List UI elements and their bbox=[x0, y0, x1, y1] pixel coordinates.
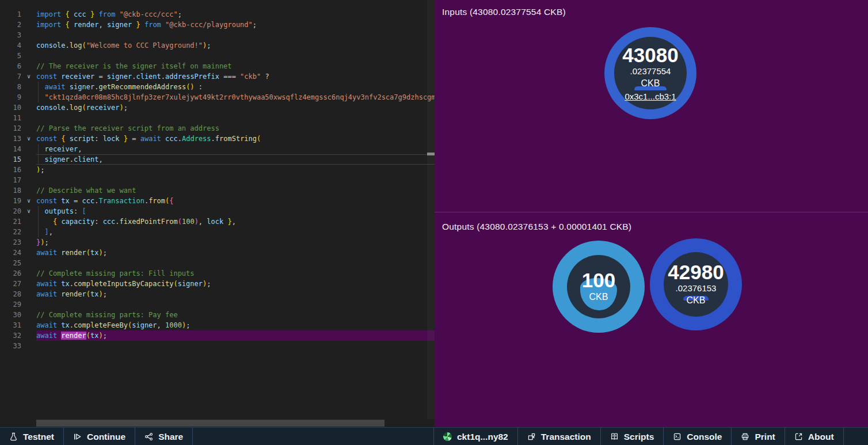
code-token: ; bbox=[207, 280, 211, 288]
about-button[interactable]: About bbox=[785, 428, 844, 445]
line-number: 11 bbox=[0, 113, 21, 123]
identicon bbox=[443, 432, 452, 441]
code-line[interactable]: 25 bbox=[0, 258, 435, 268]
inputs-title: Inputs (43080.02377554 CKB) bbox=[442, 7, 566, 17]
output-cell-disc: 100 CKB bbox=[567, 255, 630, 318]
code-line[interactable]: 2import { render, signer } from "@ckb-cc… bbox=[0, 20, 435, 30]
code-line[interactable]: 22 ], bbox=[0, 227, 435, 237]
code-token bbox=[36, 93, 44, 101]
code-line[interactable]: 27await tx.completeInputsByCapacity(sign… bbox=[0, 279, 435, 289]
code-line[interactable]: 10console.log(receiver); bbox=[0, 102, 435, 113]
line-number: 8 bbox=[0, 82, 21, 92]
line-number: 24 bbox=[0, 248, 21, 258]
code-line[interactable]: 20∨ outputs: [ bbox=[0, 206, 435, 216]
code-line[interactable]: 12// Parse the receiver script from an a… bbox=[0, 123, 435, 134]
fold-spacer bbox=[21, 92, 36, 102]
fold-spacer bbox=[21, 299, 36, 310]
code-line[interactable]: 21 { capacity: ccc.fixedPointFrom(100), … bbox=[0, 216, 435, 227]
code-line[interactable]: 17 bbox=[0, 175, 435, 185]
code-line[interactable]: 11 bbox=[0, 113, 435, 123]
fold-chevron-icon[interactable]: ∨ bbox=[21, 196, 36, 206]
fold-spacer bbox=[21, 258, 36, 268]
code-token: tx bbox=[61, 197, 69, 205]
code-line[interactable]: 19∨const tx = ccc.Transaction.from({ bbox=[0, 196, 435, 206]
code-line[interactable]: 15 signer.client, bbox=[0, 154, 435, 165]
code-line[interactable]: 26// Complete missing parts: Fill inputs bbox=[0, 268, 435, 279]
code-line[interactable]: 29 bbox=[0, 299, 435, 310]
transaction-button[interactable]: Transaction bbox=[518, 428, 601, 445]
line-number: 31 bbox=[0, 320, 21, 330]
code-line[interactable]: 6// The receiver is the signer itself on… bbox=[0, 61, 435, 71]
console-button[interactable]: Console bbox=[664, 428, 732, 445]
output-unit: CKB bbox=[589, 291, 608, 303]
fold-spacer bbox=[21, 216, 36, 227]
fold-chevron-icon[interactable]: ∨ bbox=[21, 71, 36, 82]
output-cell-circle[interactable]: 100 CKB bbox=[553, 241, 645, 333]
fold-spacer bbox=[21, 51, 36, 61]
code-line[interactable]: 14 receiver, bbox=[0, 144, 435, 154]
address-button-label: ckt1q...ny82 bbox=[457, 432, 508, 442]
code-line[interactable]: 31await tx.completeFeeBy(signer, 1000); bbox=[0, 320, 435, 330]
code-token: { bbox=[66, 21, 70, 29]
toolbar-right-group: ckt1q...ny82TransactionScriptsConsolePri… bbox=[433, 428, 844, 445]
code-line[interactable]: 18// Describe what we want bbox=[0, 185, 435, 196]
code-token bbox=[66, 83, 70, 91]
fold-spacer bbox=[21, 30, 36, 40]
fold-chevron-icon[interactable]: ∨ bbox=[21, 206, 36, 216]
share-button[interactable]: Share bbox=[135, 428, 193, 445]
line-number: 27 bbox=[0, 279, 21, 289]
scripts-button[interactable]: Scripts bbox=[601, 428, 664, 445]
code-token: from bbox=[149, 197, 165, 205]
line-number: 28 bbox=[0, 289, 21, 299]
transaction-panel: Inputs (43080.02377554 CKB) 43080 .02377… bbox=[435, 0, 868, 427]
code-token: completeInputsByCapacity bbox=[74, 280, 173, 288]
code-token: const bbox=[36, 135, 57, 143]
code-token: await bbox=[36, 249, 57, 257]
horizontal-scrollbar-thumb[interactable] bbox=[36, 420, 384, 427]
code-line[interactable]: 8 await signer.getRecommendedAddress() : bbox=[0, 82, 435, 92]
code-line[interactable]: 28await render(tx); bbox=[0, 289, 435, 299]
code-token: ; bbox=[103, 290, 107, 298]
code-line[interactable]: 7∨const receiver = signer.client.address… bbox=[0, 71, 435, 82]
code-token: "@ckb-ccc/ccc" bbox=[120, 10, 178, 18]
code-token: , bbox=[232, 218, 236, 226]
code-line[interactable]: 13∨const { script: lock } = await ccc.Ad… bbox=[0, 134, 435, 144]
code-text: // Complete missing parts: Fill inputs bbox=[36, 268, 435, 279]
code-token: ccc bbox=[82, 197, 95, 205]
vertical-scrollbar[interactable] bbox=[427, 0, 435, 419]
code-line[interactable]: 3 bbox=[0, 30, 435, 40]
fold-spacer bbox=[21, 341, 36, 351]
input-cell-circle[interactable]: 43080 .02377554 CKB 0x3c1...cb3:1 bbox=[604, 27, 696, 119]
code-line[interactable]: 1import { ccc } from "@ckb-ccc/ccc"; bbox=[0, 9, 435, 20]
code-line[interactable]: 9 "ckt1qzda0cr08m85hc8jlnfp3zer7xulejywt… bbox=[0, 92, 435, 102]
code-line[interactable]: 33 bbox=[0, 341, 435, 351]
testnet-button[interactable]: Testnet bbox=[0, 428, 64, 445]
code-editor[interactable]: 1import { ccc } from "@ckb-ccc/ccc";2imp… bbox=[0, 0, 435, 427]
code-line[interactable]: 4console.log("Welcome to CCC Playground!… bbox=[0, 40, 435, 51]
code-text bbox=[36, 51, 435, 61]
code-token: ( bbox=[82, 104, 86, 112]
code-token: . bbox=[70, 280, 74, 288]
fold-spacer bbox=[21, 320, 36, 330]
code-line[interactable]: 16); bbox=[0, 165, 435, 175]
output-cell-circle[interactable]: 42980 .02376153 CKB bbox=[650, 238, 742, 330]
code-line[interactable]: 30// Complete missing parts: Pay fee bbox=[0, 310, 435, 320]
code-token bbox=[120, 135, 124, 143]
code-token: // Complete missing parts: Fill inputs bbox=[36, 269, 195, 277]
code-line[interactable]: 24await render(tx); bbox=[0, 248, 435, 258]
input-outpoint-link[interactable]: 0x3c1...cb3:1 bbox=[625, 92, 676, 101]
code-token: === bbox=[219, 73, 240, 81]
code-token: Transaction bbox=[98, 197, 144, 205]
code-line[interactable]: 23}); bbox=[0, 237, 435, 248]
code-token: = bbox=[94, 73, 107, 81]
fold-spacer bbox=[21, 154, 36, 165]
continue-button[interactable]: Continue bbox=[64, 428, 135, 445]
fold-chevron-icon[interactable]: ∨ bbox=[21, 134, 36, 144]
address-button[interactable]: ckt1q...ny82 bbox=[434, 428, 518, 445]
code-line[interactable]: 32await render(tx); bbox=[0, 330, 435, 341]
code-token: capacity bbox=[61, 218, 94, 226]
code-line[interactable]: 5 bbox=[0, 51, 435, 61]
print-button[interactable]: Print bbox=[732, 428, 785, 445]
code-token: log bbox=[70, 104, 82, 112]
code-text: import { ccc } from "@ckb-ccc/ccc"; bbox=[36, 9, 435, 20]
